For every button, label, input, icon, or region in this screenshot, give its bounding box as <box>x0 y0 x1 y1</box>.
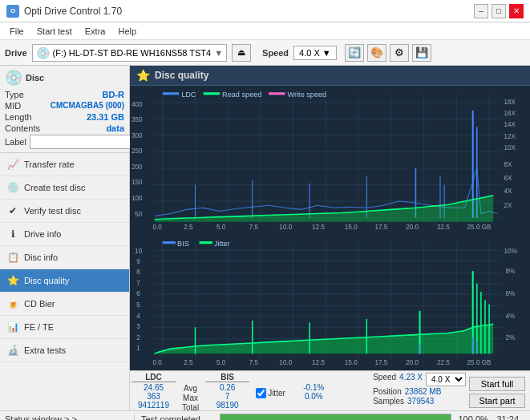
speed-label: Speed <box>262 48 289 58</box>
bis-column: BIS 0.26 7 98190 <box>205 373 249 410</box>
sidebar-item-transfer-rate[interactable]: 📈 Transfer rate <box>0 153 129 176</box>
ldc-max: 363 <box>147 392 160 401</box>
stats-panel: LDC 24.65 363 9412119 Avg Max Total BIS … <box>130 370 530 410</box>
speed-selector[interactable]: 4.0 X ▼ <box>293 46 337 60</box>
content-area: ⭐ Disc quality <box>130 66 530 410</box>
sidebar-item-disc-quality[interactable]: ⭐ Disc quality <box>0 269 129 293</box>
position-value: 23862 MB <box>405 387 442 396</box>
progress-percent: 100.0% <box>458 414 490 421</box>
settings-button[interactable]: ⚙ <box>390 44 409 62</box>
start-full-button[interactable]: Start full <box>469 377 525 391</box>
sidebar-item-extra-tests[interactable]: 🔬 Extra tests <box>0 339 129 362</box>
svg-text:25.0 GB: 25.0 GB <box>467 359 492 366</box>
start-part-button[interactable]: Start part <box>469 394 525 408</box>
drive-selector[interactable]: 💿 (F:) HL-DT-ST BD-RE WH16NS58 TST4 ▼ <box>32 44 228 62</box>
drive-value: (F:) HL-DT-ST BD-RE WH16NS58 TST4 <box>53 48 212 58</box>
sidebar-item-cd-bier[interactable]: 🍺 CD Bier <box>0 293 129 316</box>
samples-label: Samples <box>373 397 404 406</box>
sidebar-item-disc-info[interactable]: 📋 Disc info <box>0 246 129 269</box>
menu-start-test[interactable]: Start test <box>30 25 79 38</box>
svg-text:150: 150 <box>131 179 143 186</box>
progress-bar <box>220 414 451 421</box>
color-button[interactable]: 🎨 <box>367 44 386 62</box>
svg-text:6X: 6X <box>504 175 512 182</box>
create-test-disc-icon: 💿 <box>6 181 19 194</box>
chart-title-icon: ⭐ <box>136 69 150 82</box>
menu-file[interactable]: File <box>3 25 30 38</box>
maximize-button[interactable]: □ <box>492 4 506 18</box>
svg-text:400: 400 <box>131 101 143 108</box>
svg-text:17.5: 17.5 <box>375 359 388 366</box>
ldc-avg: 24.65 <box>144 383 164 392</box>
svg-rect-86 <box>163 242 176 244</box>
svg-text:4X: 4X <box>504 188 512 195</box>
bis-max: 7 <box>225 392 230 401</box>
contents-label: Contents <box>5 123 40 133</box>
sidebar-item-create-test-disc[interactable]: 💿 Create test disc <box>0 176 129 200</box>
jitter-checkbox[interactable] <box>256 388 266 398</box>
bis-chart: BIS Jitter 10 9 8 7 6 5 4 3 2 1 <box>130 238 530 370</box>
extra-tests-icon: 🔬 <box>6 344 19 357</box>
fe-te-label: FE / TE <box>24 322 54 332</box>
svg-text:6: 6 <box>136 291 140 298</box>
label-label: Label <box>5 137 26 147</box>
samples-value: 379543 <box>407 397 434 406</box>
transfer-rate-label: Transfer rate <box>24 160 75 169</box>
svg-text:1: 1 <box>136 345 140 353</box>
disc-info-icon: 📋 <box>6 251 19 264</box>
speed-value-stat: 4.23 X <box>399 373 423 386</box>
app-icon: O <box>6 5 19 18</box>
bis-avg: 0.26 <box>220 383 235 392</box>
svg-text:100: 100 <box>131 195 143 202</box>
minimize-button[interactable]: – <box>474 4 488 18</box>
menu-extra[interactable]: Extra <box>79 25 112 38</box>
ldc-header: LDC <box>131 373 176 382</box>
svg-text:2: 2 <box>136 334 140 341</box>
jitter-total <box>313 401 315 410</box>
menu-help[interactable]: Help <box>111 25 143 38</box>
svg-text:9: 9 <box>136 258 140 265</box>
sidebar-item-verify-test-disc[interactable]: ✔ Verify test disc <box>0 200 129 223</box>
drive-label: Drive <box>5 48 27 58</box>
eject-button[interactable]: ⏏ <box>232 44 251 62</box>
status-text: Test completed <box>141 414 213 421</box>
sidebar-item-drive-info[interactable]: ℹ Drive info <box>0 223 129 246</box>
svg-text:12.5: 12.5 <box>312 224 325 231</box>
label-input[interactable] <box>30 135 136 149</box>
status-window-button[interactable]: Status window > > <box>5 414 135 421</box>
svg-text:3: 3 <box>136 324 140 331</box>
speed-label-stat: Speed <box>373 373 396 386</box>
svg-text:10: 10 <box>135 248 142 255</box>
type-value: BD-R <box>103 90 125 99</box>
disc-icon: 💿 <box>5 69 22 87</box>
speed-value: 4.0 X <box>299 48 320 58</box>
save-button[interactable]: 💾 <box>412 44 431 62</box>
svg-text:15.0: 15.0 <box>345 224 358 231</box>
title-bar: O Opti Drive Control 1.70 – □ ✕ <box>0 0 530 22</box>
svg-text:50: 50 <box>135 211 143 218</box>
svg-rect-24 <box>269 92 285 95</box>
drive-dropdown-arrow: ▼ <box>214 48 223 58</box>
drive-info-icon: ℹ <box>6 228 19 240</box>
app-title: Opti Drive Control 1.70 <box>24 6 122 17</box>
svg-text:10.0: 10.0 <box>279 359 292 366</box>
svg-text:14X: 14X <box>504 121 516 128</box>
close-button[interactable]: ✕ <box>509 4 524 18</box>
sidebar-item-fe-te[interactable]: 📊 FE / TE <box>0 316 129 339</box>
svg-text:0.0: 0.0 <box>153 359 163 366</box>
svg-text:20.0: 20.0 <box>406 224 419 231</box>
svg-text:5.0: 5.0 <box>216 359 226 366</box>
speed-position-section: Speed 4.23 X 4.0 X 2.0 X 8.0 X Position … <box>373 373 466 410</box>
disc-section-title: Disc <box>26 73 44 83</box>
length-label: Length <box>5 112 32 122</box>
transfer-rate-icon: 📈 <box>6 158 19 171</box>
svg-text:Read speed: Read speed <box>222 91 261 99</box>
speed-select-stat[interactable]: 4.0 X 2.0 X 8.0 X <box>426 373 466 386</box>
create-test-disc-label: Create test disc <box>24 183 85 192</box>
jitter-column: -0.1% 0.0% <box>292 373 336 410</box>
svg-text:22.5: 22.5 <box>437 224 450 231</box>
avg-label: Avg <box>184 384 197 393</box>
refresh-button[interactable]: 🔄 <box>345 44 364 62</box>
svg-text:10.0: 10.0 <box>279 224 292 231</box>
ldc-total: 9412119 <box>138 401 169 410</box>
